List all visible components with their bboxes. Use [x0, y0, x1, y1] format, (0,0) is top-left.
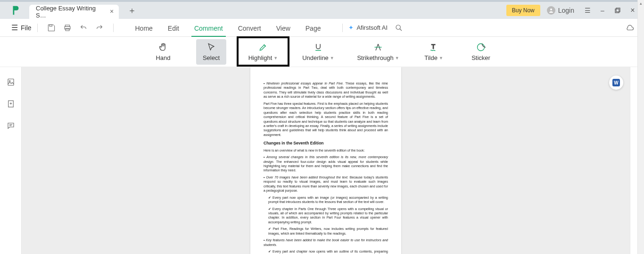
- workspace: Nineteen professional essays appear in P…: [0, 67, 644, 254]
- title-bar: College Essay Writing S… × ＋ Buy Now Log…: [0, 0, 644, 19]
- tilde-icon: T: [429, 42, 438, 52]
- menu-view[interactable]: View: [275, 21, 291, 35]
- tool-label: Sticker: [471, 54, 490, 61]
- svg-rect-4: [65, 25, 69, 26]
- strikethrough-icon: [373, 42, 383, 52]
- tool-underline[interactable]: Underline▼: [300, 39, 337, 65]
- svg-rect-1: [615, 9, 619, 13]
- new-tab-button[interactable]: ＋: [125, 4, 139, 17]
- hamburger-menu-icon[interactable]: ☰: [581, 4, 594, 17]
- underline-icon: [314, 42, 323, 52]
- main-menus: Home Edit Comment Convert View Page: [119, 21, 337, 35]
- chevron-down-icon[interactable]: ▼: [330, 56, 334, 60]
- svg-rect-13: [8, 79, 14, 85]
- app-logo: [10, 5, 21, 16]
- menu-home[interactable]: Home: [134, 21, 153, 35]
- thumbnails-icon[interactable]: [5, 76, 17, 88]
- file-label: File: [21, 24, 32, 32]
- search-icon[interactable]: [392, 21, 405, 34]
- separator: [113, 24, 114, 32]
- chevron-down-icon[interactable]: ▼: [439, 56, 443, 60]
- svg-point-7: [396, 25, 400, 29]
- save-icon[interactable]: [45, 22, 58, 34]
- tool-label: Select: [203, 54, 220, 61]
- print-icon[interactable]: [61, 22, 74, 34]
- ai-button[interactable]: ✦ Afirstsoft AI: [348, 24, 388, 31]
- undo-icon[interactable]: [77, 22, 90, 34]
- buy-now-button[interactable]: Buy Now: [506, 5, 540, 16]
- document-tab[interactable]: College Essay Writing S… ×: [29, 5, 119, 19]
- separator: [342, 24, 343, 32]
- sparkle-icon: ✦: [348, 24, 354, 31]
- svg-rect-3: [50, 25, 52, 26]
- tool-label: Hand: [156, 54, 170, 61]
- svg-rect-6: [66, 28, 69, 31]
- document-canvas[interactable]: Nineteen professional essays appear in P…: [22, 67, 630, 254]
- svg-point-14: [9, 81, 10, 82]
- scroll-up-icon[interactable]: ▴: [638, 0, 644, 7]
- minimize-icon[interactable]: –: [596, 4, 609, 17]
- restore-icon[interactable]: [611, 4, 624, 17]
- tab-title: College Essay Writing S…: [36, 5, 105, 19]
- menu-page[interactable]: Page: [305, 21, 322, 35]
- comment-ribbon: Hand Select Highlight▼ Underline▼ Strike…: [0, 37, 644, 67]
- close-tab-icon[interactable]: ×: [108, 8, 115, 15]
- highlighter-icon: [258, 42, 268, 52]
- comments-icon[interactable]: [5, 120, 17, 131]
- avatar-icon: [547, 6, 555, 15]
- tool-label: Highlight: [248, 54, 272, 61]
- bookmark-icon[interactable]: [5, 98, 17, 110]
- menu-bar: ☰ File Home Edit Comment Convert View Pa…: [0, 19, 644, 37]
- svg-rect-2: [616, 8, 620, 12]
- outer-scrollbar[interactable]: ▴: [637, 0, 644, 254]
- cursor-icon: [206, 42, 216, 52]
- svg-point-0: [550, 8, 552, 10]
- document-page: Nineteen professional essays appear in P…: [250, 67, 401, 254]
- word-export-badge[interactable]: W: [609, 76, 623, 90]
- cloud-icon[interactable]: [623, 21, 636, 34]
- section-heading: Changes in the Seventh Edition: [264, 141, 388, 146]
- sticker-icon: [476, 42, 486, 52]
- hamburger-icon: ☰: [11, 23, 18, 32]
- tool-strikethrough[interactable]: Strikethrough▼: [355, 39, 402, 65]
- menu-convert[interactable]: Convert: [237, 21, 262, 35]
- svg-point-12: [478, 44, 485, 51]
- menu-comment[interactable]: Comment: [193, 21, 224, 35]
- chevron-down-icon[interactable]: ▼: [395, 56, 399, 60]
- tool-highlight[interactable]: Highlight▼: [244, 39, 282, 65]
- separator: [37, 24, 38, 32]
- login-label: Login: [558, 7, 574, 14]
- tool-label: Tilde: [424, 54, 438, 61]
- chevron-down-icon[interactable]: ▼: [273, 56, 278, 60]
- tool-sticker[interactable]: Sticker: [466, 39, 496, 65]
- left-sidebar: [0, 67, 22, 254]
- tool-tilde[interactable]: T Tilde▼: [420, 39, 448, 65]
- tool-label: Underline: [302, 54, 329, 61]
- menu-edit[interactable]: Edit: [167, 21, 180, 35]
- redo-icon[interactable]: [93, 22, 106, 34]
- tool-hand[interactable]: Hand: [148, 39, 178, 65]
- login-button[interactable]: Login: [547, 6, 574, 15]
- svg-text:T: T: [431, 43, 435, 50]
- ai-label: Afirstsoft AI: [356, 24, 388, 31]
- hand-icon: [158, 42, 168, 52]
- tool-label: Strikethrough: [357, 54, 393, 61]
- tool-select[interactable]: Select: [196, 39, 226, 65]
- svg-line-8: [400, 29, 402, 31]
- file-menu[interactable]: ☰ File: [11, 23, 32, 32]
